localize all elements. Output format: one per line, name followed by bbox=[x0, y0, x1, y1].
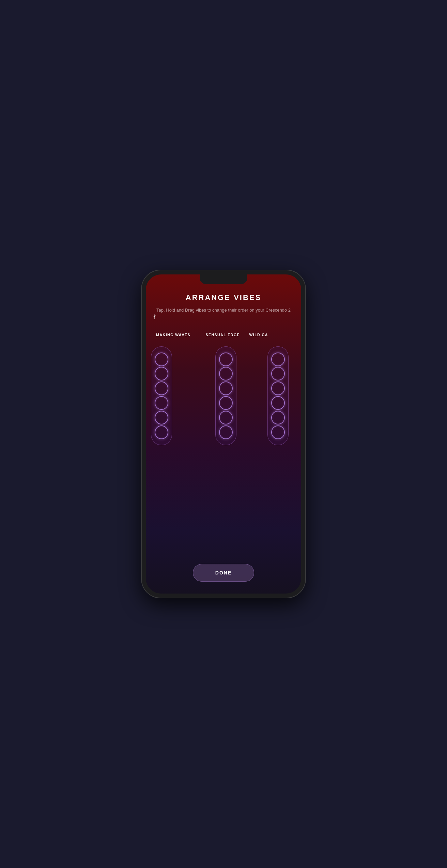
motor-3-6 bbox=[271, 425, 285, 439]
device-pill-2 bbox=[215, 346, 236, 445]
motor-2-2 bbox=[219, 367, 233, 380]
device-pill-3 bbox=[267, 346, 289, 445]
vibe-card-sensual-edge[interactable] bbox=[197, 346, 254, 445]
adjust-button[interactable] bbox=[153, 312, 162, 321]
device-pill-1 bbox=[151, 346, 172, 445]
phone-frame: ARRANGE VIBES Tap, Hold and Drag vibes t… bbox=[142, 270, 305, 598]
motor-2-5 bbox=[219, 411, 233, 424]
motor-3-3 bbox=[271, 381, 285, 395]
motor-2-1 bbox=[219, 353, 233, 366]
motor-1-5 bbox=[155, 411, 168, 424]
motor-2-4 bbox=[219, 396, 233, 410]
adjust-icon bbox=[153, 312, 162, 321]
motor-1-1 bbox=[155, 353, 168, 366]
motor-1-2 bbox=[155, 367, 168, 380]
header: ARRANGE VIBES Tap, Hold and Drag vibes t… bbox=[146, 293, 301, 314]
motor-2-6 bbox=[219, 425, 233, 439]
motor-2-3 bbox=[219, 381, 233, 395]
motor-3-4 bbox=[271, 396, 285, 410]
label-making-waves: MAKING WAVES bbox=[149, 333, 198, 337]
phone-screen: ARRANGE VIBES Tap, Hold and Drag vibes t… bbox=[146, 274, 301, 594]
vibe-card-wild-cat[interactable] bbox=[262, 346, 295, 445]
vibe-labels-row: MAKING WAVES SENSUAL EDGE WILD CA bbox=[146, 333, 301, 337]
page-title: ARRANGE VIBES bbox=[156, 293, 291, 302]
label-sensual-edge: SENSUAL EDGE bbox=[198, 333, 247, 337]
page-subtitle: Tap, Hold and Drag vibes to change their… bbox=[156, 307, 291, 314]
done-section: DONE bbox=[193, 564, 254, 582]
vibe-card-making-waves[interactable] bbox=[146, 346, 190, 445]
motor-1-3 bbox=[155, 381, 168, 395]
done-button[interactable]: DONE bbox=[193, 564, 254, 582]
notch bbox=[200, 274, 247, 284]
motor-3-2 bbox=[271, 367, 285, 380]
vibe-cards-row bbox=[146, 346, 301, 445]
motor-3-1 bbox=[271, 353, 285, 366]
motor-3-5 bbox=[271, 411, 285, 424]
label-wild-cat: WILD CA bbox=[247, 333, 297, 337]
motor-1-6 bbox=[155, 425, 168, 439]
motor-1-4 bbox=[155, 396, 168, 410]
